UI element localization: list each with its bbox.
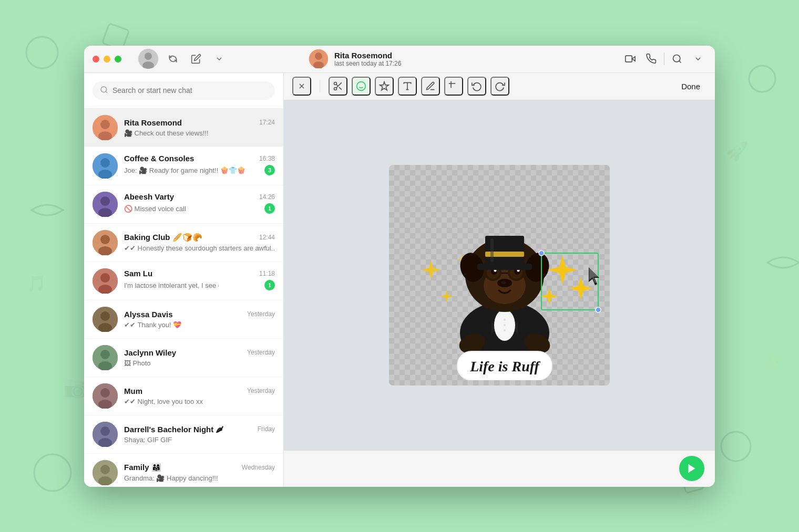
- svg-point-59: [357, 82, 366, 91]
- svg-marker-16: [632, 57, 635, 61]
- chat-item-family[interactable]: Family 👨‍👩‍👧 Wednesday Grandma: 🎥 Happy …: [84, 454, 283, 487]
- search-input[interactable]: [112, 86, 268, 95]
- chat-preview-abeesh: 🚫 Missed voice call: [124, 205, 186, 213]
- svg-point-55: [334, 88, 337, 90]
- unread-badge-sam: 1: [264, 280, 275, 290]
- chat-name-rita: Rita Rosemond: [124, 118, 182, 127]
- chat-header-avatar[interactable]: [309, 49, 328, 68]
- window-controls: [93, 49, 292, 69]
- chat-list: Rita Rosemond 17:24 🎥 Check out these vi…: [84, 109, 283, 487]
- compose-icon[interactable]: [188, 50, 204, 67]
- chat-info-baking: Baking Club 🥖🍞🥐 12:44 ✔✔ Honestly these …: [124, 233, 275, 252]
- chat-preview-alyssa: ✔✔ Thank you! 💝: [124, 321, 275, 329]
- chat-panel: Done: [284, 73, 715, 487]
- chat-name: Rita Rosemond: [334, 51, 616, 60]
- refresh-icon[interactable]: [165, 50, 181, 67]
- svg-point-32: [100, 235, 110, 244]
- chat-time-coffee: 16:38: [259, 155, 275, 162]
- sidebar-search-area: [84, 73, 283, 109]
- undo-icon[interactable]: [467, 77, 486, 96]
- chat-info-darrell: Darrell's Bachelor Night 🌶 Friday Shaya:…: [124, 425, 275, 444]
- chat-preview-jaclynn: 🖼 Photo: [124, 359, 275, 367]
- chat-preview-coffee: Joe: 🎥 Ready for game night!! 🍿👕🍿: [124, 166, 245, 174]
- svg-point-44: [100, 388, 110, 398]
- svg-point-23: [100, 120, 110, 129]
- sticker-shape-icon[interactable]: [375, 77, 394, 96]
- svg-point-14: [315, 53, 322, 60]
- redo-icon[interactable]: [490, 77, 509, 96]
- chat-body: Life is Ruff: [284, 100, 715, 450]
- chat-name-coffee: Coffee & Consoles: [124, 154, 194, 163]
- svg-point-11: [145, 53, 152, 60]
- scissors-icon[interactable]: [329, 77, 347, 96]
- chat-item-rita[interactable]: Rita Rosemond 17:24 🎥 Check out these vi…: [84, 109, 283, 147]
- close-sticker-button[interactable]: [292, 77, 311, 96]
- chat-preview-baking: ✔✔ Honestly these sourdough starters are…: [124, 244, 275, 252]
- minimize-button[interactable]: [104, 56, 110, 62]
- chevron-down-icon[interactable]: [211, 50, 228, 67]
- chat-name-sam: Sam Lu: [124, 269, 152, 278]
- pen-icon[interactable]: [421, 77, 440, 96]
- header-search-icon[interactable]: [669, 50, 685, 67]
- svg-marker-99: [689, 464, 695, 473]
- toolbar-divider1: [320, 80, 320, 92]
- video-call-icon[interactable]: [622, 50, 639, 67]
- unread-badge-coffee: 3: [264, 165, 275, 175]
- svg-point-35: [100, 273, 110, 283]
- chat-preview-rita: 🎥 Check out these views!!!: [124, 129, 275, 137]
- svg-point-29: [100, 196, 110, 206]
- svg-point-41: [100, 350, 110, 359]
- crop-icon[interactable]: [444, 77, 463, 96]
- chat-info-sam: Sam Lu 11:18 I'm lactose intolerant yet,…: [124, 269, 275, 293]
- search-bar[interactable]: [93, 81, 275, 100]
- chat-item-darrell[interactable]: Darrell's Bachelor Night 🌶 Friday Shaya:…: [84, 415, 283, 454]
- chat-item-baking[interactable]: Baking Club 🥖🍞🥐 12:44 ✔✔ Honestly these …: [84, 224, 283, 262]
- header-chevron-icon[interactable]: [690, 50, 706, 67]
- chat-name-abeesh: Abeesh Varty: [124, 192, 174, 201]
- chat-item-abeesh[interactable]: Abeesh Varty 14:26 🚫 Missed voice call 1: [84, 185, 283, 224]
- phone-call-icon[interactable]: [643, 50, 660, 67]
- svg-rect-89: [490, 238, 494, 262]
- chat-item-coffee[interactable]: Coffee & Consoles 16:38 Joe: 🎥 Ready for…: [84, 147, 283, 185]
- emoji-icon[interactable]: [352, 77, 371, 96]
- svg-line-58: [336, 85, 338, 86]
- svg-line-57: [339, 87, 342, 90]
- svg-line-21: [106, 91, 107, 93]
- chat-time-jaclynn: Yesterday: [247, 349, 275, 356]
- svg-point-20: [101, 87, 107, 92]
- sidebar: Rita Rosemond 17:24 🎥 Check out these vi…: [84, 73, 284, 487]
- send-button[interactable]: [679, 456, 704, 481]
- chat-preview-mum: ✔✔ Night, love you too xx: [124, 398, 275, 405]
- chat-item-alyssa[interactable]: Alyssa Davis Yesterday ✔✔ Thank you! 💝: [84, 300, 283, 339]
- svg-point-71: [504, 329, 506, 331]
- svg-point-18: [673, 55, 680, 62]
- svg-point-50: [100, 465, 110, 474]
- svg-point-95: [539, 251, 544, 256]
- sticker-content: Life is Ruff: [389, 165, 610, 385]
- chat-info-alyssa: Alyssa Davis Yesterday ✔✔ Thank you! 💝: [124, 310, 275, 329]
- chat-info-coffee: Coffee & Consoles 16:38 Joe: 🎥 Ready for…: [124, 154, 275, 178]
- chat-item-jaclynn[interactable]: Jaclynn Wiley Yesterday 🖼 Photo: [84, 339, 283, 377]
- maximize-button[interactable]: [115, 56, 121, 62]
- close-button[interactable]: [93, 56, 99, 62]
- chat-name-alyssa: Alyssa Davis: [124, 310, 173, 319]
- svg-point-83: [501, 281, 506, 284]
- user-avatar[interactable]: [138, 49, 158, 69]
- svg-rect-87: [477, 264, 532, 270]
- chat-info-abeesh: Abeesh Varty 14:26 🚫 Missed voice call 1: [124, 192, 275, 216]
- title-bar: Rita Rosemond last seen today at 17:26: [84, 46, 715, 73]
- chat-item-sam[interactable]: Sam Lu 11:18 I'm lactose intolerant yet,…: [84, 262, 283, 300]
- chat-info-mum: Mum Yesterday ✔✔ Night, love you too xx: [124, 387, 275, 405]
- sticker-canvas[interactable]: Life is Ruff: [389, 165, 610, 385]
- svg-point-70: [504, 324, 506, 326]
- chat-item-mum[interactable]: Mum Yesterday ✔✔ Night, love you too xx: [84, 377, 283, 415]
- chat-time-alyssa: Yesterday: [247, 310, 275, 318]
- svg-point-69: [504, 319, 506, 321]
- sticker-toolbar: Done: [284, 73, 715, 100]
- svg-point-54: [334, 82, 337, 85]
- chat-time-mum: Yesterday: [247, 387, 275, 394]
- svg-rect-17: [626, 56, 632, 62]
- text-icon[interactable]: [398, 77, 417, 96]
- search-icon: [100, 86, 108, 96]
- done-button[interactable]: Done: [675, 79, 706, 94]
